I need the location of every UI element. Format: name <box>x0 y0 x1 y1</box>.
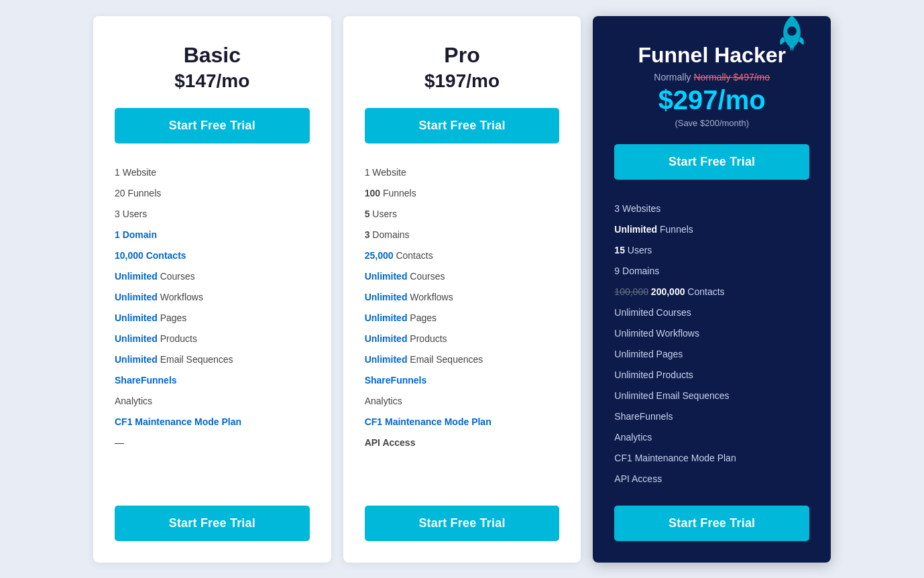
list-item: ShareFunnels <box>614 406 809 427</box>
fh-normally-price: Normally Normally $497/mo <box>614 72 809 82</box>
list-item: CF1 Maintenance Mode Plan <box>365 412 560 432</box>
list-item: Analytics <box>115 391 310 412</box>
basic-plan-name: Basic <box>115 43 310 68</box>
list-item: Unlimited Pages <box>115 308 310 329</box>
list-item: 5 Users <box>365 204 560 225</box>
list-item: — <box>115 432 310 453</box>
pro-plan-price: $197/mo <box>365 70 560 92</box>
basic-features-list: 1 Website 20 Funnels 3 Users 1 Domain 10… <box>115 162 310 489</box>
list-item: Unlimited Funnels <box>614 219 809 240</box>
list-item: 3 Users <box>115 204 310 225</box>
list-item: Unlimited Pages <box>614 344 809 365</box>
list-item: Analytics <box>365 391 560 412</box>
list-item: 3 Domains <box>365 225 560 245</box>
list-item: Unlimited Workflows <box>365 287 560 308</box>
fh-save-text: (Save $200/month) <box>614 118 809 128</box>
rocket-decoration-icon <box>772 13 812 53</box>
svg-point-0 <box>787 26 797 36</box>
list-item: API Access <box>365 432 560 453</box>
list-item: Unlimited Courses <box>365 266 560 287</box>
list-item: Unlimited Email Sequences <box>614 386 809 406</box>
list-item: 1 Website <box>365 162 560 183</box>
list-item: Unlimited Products <box>614 365 809 386</box>
list-item: 1 Domain <box>115 225 310 245</box>
list-item: Unlimited Pages <box>365 308 560 329</box>
basic-plan-card: Basic $147/mo Start Free Trial 1 Website… <box>93 16 331 563</box>
fh-main-price: $297/mo <box>614 85 809 115</box>
list-item: Unlimited Courses <box>614 302 809 323</box>
fh-start-trial-bottom-button[interactable]: Start Free Trial <box>614 506 809 541</box>
basic-plan-price: $147/mo <box>115 70 310 92</box>
list-item: Unlimited Workflows <box>614 323 809 344</box>
list-item: 100,000 200,000 Contacts <box>614 282 809 302</box>
list-item: 3 Websites <box>614 198 809 219</box>
pro-plan-name: Pro <box>365 43 560 68</box>
list-item: CF1 Maintenance Mode Plan <box>614 448 809 469</box>
list-item: CF1 Maintenance Mode Plan <box>115 412 310 432</box>
list-item: Unlimited Courses <box>115 266 310 287</box>
list-item: 100 Funnels <box>365 183 560 204</box>
list-item: ShareFunnels <box>365 370 560 391</box>
list-item: Unlimited Products <box>115 329 310 349</box>
pricing-container: Basic $147/mo Start Free Trial 1 Website… <box>93 16 831 563</box>
pro-plan-card: Pro $197/mo Start Free Trial 1 Website 1… <box>343 16 581 563</box>
fh-features-list: 3 Websites Unlimited Funnels 15 Users 9 … <box>614 198 809 489</box>
list-item: ShareFunnels <box>115 370 310 391</box>
fh-original-price: Normally $497/mo <box>693 72 770 82</box>
list-item: 1 Website <box>115 162 310 183</box>
list-item: 9 Domains <box>614 261 809 282</box>
list-item: Unlimited Email Sequences <box>365 349 560 370</box>
list-item: Unlimited Email Sequences <box>115 349 310 370</box>
basic-start-trial-top-button[interactable]: Start Free Trial <box>115 108 310 143</box>
pro-features-list: 1 Website 100 Funnels 5 Users 3 Domains … <box>365 162 560 489</box>
list-item: Unlimited Products <box>365 329 560 349</box>
list-item: 15 Users <box>614 240 809 261</box>
list-item: 25,000 Contacts <box>365 245 560 266</box>
pro-start-trial-bottom-button[interactable]: Start Free Trial <box>365 506 560 541</box>
list-item: 10,000 Contacts <box>115 245 310 266</box>
list-item: 20 Funnels <box>115 183 310 204</box>
basic-start-trial-bottom-button[interactable]: Start Free Trial <box>115 506 310 541</box>
funnel-hacker-plan-card: Funnel Hacker Normally Normally $497/mo … <box>593 16 831 563</box>
pro-start-trial-top-button[interactable]: Start Free Trial <box>365 108 560 143</box>
list-item: Analytics <box>614 427 809 448</box>
list-item: API Access <box>614 469 809 489</box>
list-item: Unlimited Workflows <box>115 287 310 308</box>
fh-start-trial-top-button[interactable]: Start Free Trial <box>614 144 809 180</box>
